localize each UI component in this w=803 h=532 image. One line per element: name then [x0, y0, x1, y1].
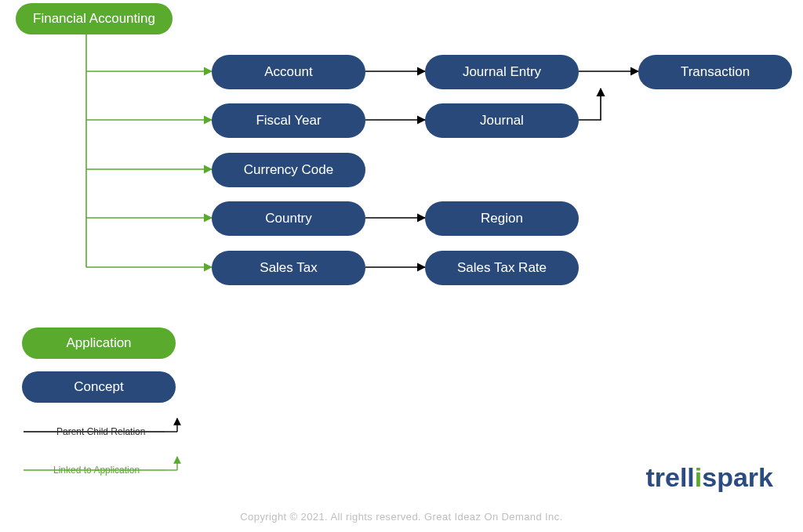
node-sales-tax-rate: Sales Tax Rate — [425, 251, 579, 285]
node-region: Region — [425, 201, 579, 236]
legend-concept: Concept — [22, 371, 176, 403]
logo-part3: spark — [702, 462, 773, 492]
legend-parent-child-label: Parent Child Relation — [56, 426, 145, 437]
legend-linked-to-application-label: Linked to Application — [53, 465, 140, 476]
node-fiscal-year: Fiscal Year — [212, 103, 365, 138]
node-journal-entry: Journal Entry — [425, 55, 579, 89]
brand-logo: trellispark — [645, 462, 773, 493]
node-transaction: Transaction — [638, 55, 792, 89]
legend-application: Application — [22, 328, 176, 359]
node-sales-tax: Sales Tax — [212, 251, 365, 285]
copyright-text: Copyright © 2021. All rights reserved. G… — [0, 511, 803, 523]
node-currency-code: Currency Code — [212, 153, 365, 187]
node-journal: Journal — [425, 103, 579, 138]
node-financial-accounting: Financial Accounting — [16, 3, 173, 34]
logo-part2: i — [695, 462, 702, 492]
node-account: Account — [212, 55, 365, 89]
logo-part1: trell — [645, 462, 694, 492]
node-country: Country — [212, 201, 365, 236]
